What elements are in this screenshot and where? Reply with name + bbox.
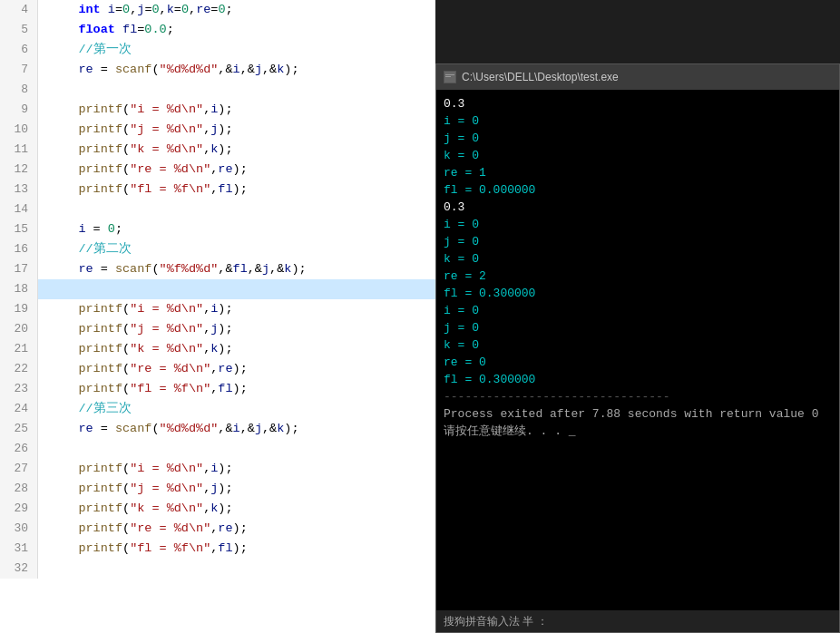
- code-line: 20 printf("j = %d\n",j);: [0, 319, 435, 339]
- line-number: 15: [0, 219, 38, 239]
- line-number: 11: [0, 140, 38, 160]
- terminal-output-line: j = 0: [444, 130, 832, 147]
- terminal-output-line: j = 0: [444, 319, 832, 336]
- terminal-output-line: --------------------------------: [444, 388, 832, 405]
- line-content: printf("re = %d\n",re);: [38, 359, 248, 379]
- line-content: printf("re = %d\n",re);: [38, 160, 248, 180]
- line-number: 32: [0, 559, 38, 579]
- code-line: 18: [0, 279, 435, 299]
- line-number: 29: [0, 499, 38, 519]
- code-line: 21 printf("k = %d\n",k);: [0, 339, 435, 359]
- line-number: 16: [0, 239, 38, 259]
- terminal-output-line: fl = 0.000000: [444, 181, 832, 199]
- terminal-output-line: re = 1: [444, 164, 832, 181]
- code-line: 6 //第一次: [0, 40, 435, 60]
- code-line: 16 //第二次: [0, 239, 435, 259]
- line-content: printf("k = %d\n",k);: [38, 339, 233, 359]
- line-content: //第二次: [38, 239, 132, 259]
- terminal-output-line: re = 0: [444, 354, 832, 371]
- line-content: printf("k = %d\n",k);: [38, 140, 233, 160]
- line-content: printf("i = %d\n",i);: [38, 299, 233, 319]
- line-number: 25: [0, 419, 38, 439]
- terminal-titlebar: C:\Users\DELL\Desktop\test.exe: [436, 64, 839, 90]
- line-content: printf("fl = %f\n",fl);: [38, 180, 248, 200]
- code-line: 22 printf("re = %d\n",re);: [0, 359, 435, 379]
- line-number: 20: [0, 319, 38, 339]
- line-content: re = scanf("%d%d%d",&i,&j,&k);: [38, 60, 299, 80]
- ime-bar: 搜狗拼音输入法 半 ：: [436, 610, 839, 632]
- terminal-output-line: i = 0: [444, 302, 832, 319]
- terminal-output-line: re = 2: [444, 268, 832, 285]
- line-content: i = 0;: [38, 219, 122, 239]
- code-line: 27 printf("i = %d\n",i);: [0, 459, 435, 479]
- code-line: 8: [0, 80, 435, 100]
- code-line: 26: [0, 439, 435, 459]
- line-number: 19: [0, 299, 38, 319]
- line-number: 13: [0, 180, 38, 200]
- svg-rect-1: [445, 74, 454, 75]
- code-line: 9 printf("i = %d\n",i);: [0, 100, 435, 120]
- line-content: printf("fl = %f\n",fl);: [38, 379, 248, 399]
- line-number: 17: [0, 259, 38, 279]
- line-content: printf("j = %d\n",j);: [38, 479, 233, 499]
- line-content: int i=0,j=0,k=0,re=0;: [38, 0, 233, 20]
- line-number: 6: [0, 40, 38, 60]
- terminal-output-line: fl = 0.300000: [444, 285, 832, 302]
- code-line: 15 i = 0;: [0, 219, 435, 239]
- line-number: 9: [0, 100, 38, 120]
- line-content: printf("re = %d\n",re);: [38, 519, 248, 539]
- line-number: 23: [0, 379, 38, 399]
- line-content: [38, 200, 56, 219]
- terminal-output-line: 请按任意键继续. . . _: [444, 423, 832, 440]
- terminal-output-line: 0.3: [444, 95, 832, 112]
- line-content: printf("j = %d\n",j);: [38, 319, 233, 339]
- code-lines: 4 int i=0,j=0,k=0,re=0;5 float fl=0.0;6 …: [0, 0, 435, 579]
- code-line: 28 printf("j = %d\n",j);: [0, 479, 435, 499]
- line-content: re = scanf("%d%d%d",&i,&j,&k);: [38, 419, 299, 439]
- code-line: 32: [0, 559, 435, 579]
- code-line: 31 printf("fl = %f\n",fl);: [0, 539, 435, 559]
- code-line: 17 re = scanf("%f%d%d",&fl,&j,&k);: [0, 259, 435, 279]
- terminal-output-line: i = 0: [444, 216, 832, 233]
- line-content: printf("k = %d\n",k);: [38, 499, 233, 519]
- line-number: 5: [0, 20, 38, 40]
- line-content: printf("i = %d\n",i);: [38, 100, 233, 120]
- line-content: [38, 559, 56, 579]
- line-number: 14: [0, 200, 38, 219]
- line-number: 21: [0, 339, 38, 359]
- line-content: //第一次: [38, 40, 132, 60]
- code-editor: 4 int i=0,j=0,k=0,re=0;5 float fl=0.0;6 …: [0, 0, 435, 633]
- terminal-output-line: i = 0: [444, 112, 832, 130]
- line-number: 18: [0, 279, 38, 299]
- line-content: //第三次: [38, 399, 132, 419]
- terminal-window: C:\Users\DELL\Desktop\test.exe 0.3i = 0j…: [435, 63, 840, 633]
- line-content: [38, 80, 56, 100]
- code-line: 29 printf("k = %d\n",k);: [0, 499, 435, 519]
- terminal-title: C:\Users\DELL\Desktop\test.exe: [462, 71, 619, 83]
- ime-text: 搜狗拼音输入法 半 ：: [444, 614, 548, 629]
- line-number: 27: [0, 459, 38, 479]
- line-number: 24: [0, 399, 38, 419]
- line-content: printf("fl = %f\n",fl);: [38, 539, 248, 559]
- line-number: 26: [0, 439, 38, 459]
- line-number: 22: [0, 359, 38, 379]
- svg-rect-2: [445, 76, 451, 77]
- line-content: [38, 279, 56, 299]
- code-line: 14: [0, 200, 435, 219]
- line-number: 10: [0, 120, 38, 140]
- terminal-output-line: j = 0: [444, 233, 832, 250]
- terminal-output-line: fl = 0.300000: [444, 371, 832, 388]
- code-line: 24 //第三次: [0, 399, 435, 419]
- line-number: 4: [0, 0, 38, 20]
- line-number: 12: [0, 160, 38, 180]
- line-content: [38, 439, 56, 459]
- terminal-output-line: k = 0: [444, 250, 832, 268]
- line-number: 7: [0, 60, 38, 80]
- line-content: float fl=0.0;: [38, 20, 174, 40]
- line-number: 8: [0, 80, 38, 100]
- code-line: 10 printf("j = %d\n",j);: [0, 120, 435, 140]
- line-number: 31: [0, 539, 38, 559]
- line-content: printf("i = %d\n",i);: [38, 459, 233, 479]
- code-line: 19 printf("i = %d\n",i);: [0, 299, 435, 319]
- code-line: 25 re = scanf("%d%d%d",&i,&j,&k);: [0, 419, 435, 439]
